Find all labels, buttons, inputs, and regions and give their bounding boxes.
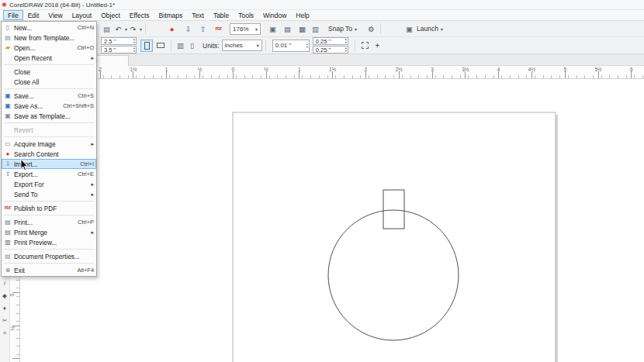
file-menu-item-new-from-template[interactable]: ▤New from Template... (2, 33, 96, 43)
ruler-label: ½ (10, 326, 16, 329)
import-icon[interactable]: ⇩ (182, 23, 194, 35)
ruler-label: 1 (165, 67, 168, 72)
menu-help[interactable]: Help (291, 10, 313, 20)
all-pages-icon[interactable]: ▥ (175, 40, 186, 51)
file-menu-item-exit[interactable]: ⊗ExitAlt+F4 (2, 265, 96, 275)
page-width-value: 2.5 " (104, 38, 132, 45)
horizontal-ruler[interactable]: 21½1½0½11½22½33½44½55½6 (10, 66, 644, 79)
export-icon[interactable]: ⇧ (197, 23, 209, 35)
file-menu-item-close[interactable]: Close (2, 67, 96, 77)
menu-tools[interactable]: Tools (234, 10, 258, 20)
chevron-down-icon[interactable]: ▾ (255, 26, 258, 32)
titlebar: ◉ CorelDRAW 2018 (64-Bit) - Untitled-1* (0, 0, 644, 10)
menu-table[interactable]: Table (209, 10, 234, 20)
nudge-offset-field[interactable]: 0.01 " ▴▾ (272, 40, 310, 52)
spinner-arrows[interactable]: ▴▾ (306, 43, 308, 48)
file-menu-item-send-to[interactable]: Send To▸ (2, 189, 96, 199)
file-menu-item-print-preview[interactable]: ▥Print Preview... (2, 237, 96, 247)
outline-pen-tool[interactable]: / (4, 280, 5, 287)
menu-item-label: Print... (14, 219, 78, 226)
spinner-arrows[interactable]: ▴▾ (133, 47, 135, 52)
file-menu-item-export-for[interactable]: Export For▸ (2, 179, 96, 189)
menu-edit[interactable]: Edit (23, 10, 44, 20)
spinner-arrows[interactable]: ▴▾ (133, 38, 135, 43)
file-menu-item-open-recent[interactable]: Open Recent▸ (2, 53, 96, 63)
menu-view[interactable]: View (43, 10, 67, 20)
save-as-icon: ▣ (2, 102, 14, 109)
menu-bitmaps[interactable]: Bitmaps (154, 10, 188, 20)
chevron-down-icon[interactable]: ▾ (257, 43, 259, 48)
file-menu-item-document-properties[interactable]: ▤Document Properties... (2, 251, 96, 261)
spinner-arrows[interactable]: ▴▾ (345, 47, 347, 52)
b-spline-tool[interactable]: ≈ (3, 329, 6, 336)
show-grid-icon[interactable]: ▦ (296, 23, 308, 35)
file-menu-item-new[interactable]: ▯New...Ctrl+N (2, 22, 96, 33)
file-menu-item-save-as[interactable]: ▣Save As...Ctrl+Shift+S (2, 101, 96, 111)
file-menu-item-save[interactable]: ▣Save...Ctrl+S (2, 91, 96, 101)
file-menu-item-print[interactable]: ▤Print...Ctrl+P (2, 217, 96, 227)
knife-tool[interactable]: ✂ (2, 317, 7, 324)
paste-icon[interactable]: ▤ (101, 23, 113, 35)
page-width-field[interactable]: 2.5 " ▴▾ (101, 37, 137, 45)
page-height-field[interactable]: 3.5 " ▴▾ (101, 46, 137, 53)
smart-fill-tool[interactable]: ♦ (3, 305, 6, 312)
spinner-arrows[interactable]: ▴▾ (345, 38, 347, 43)
treat-as-filled-toggle-icon[interactable] (362, 42, 369, 49)
duplicate-distance-y-field[interactable]: 0.25 " ▴▾ (313, 46, 348, 53)
menu-effects[interactable]: Effects (125, 10, 154, 20)
menu-text[interactable]: Text (187, 10, 209, 20)
units-dropdown[interactable]: inches ▾ (222, 40, 262, 51)
spinner-down-icon[interactable]: ▾ (345, 41, 347, 44)
file-menu-item-open[interactable]: ▰Open...Ctrl+O (2, 43, 96, 53)
ruler-label: 1 (298, 67, 301, 72)
duplicate-distance-group: 0.25 " ▴▾ 0.25 " ▴▾ (313, 37, 348, 53)
document-properties-icon: ▤ (2, 253, 14, 260)
file-menu-item-publish-to-pdf[interactable]: PDFPublish to PDF (2, 203, 96, 213)
menu-layout[interactable]: Layout (68, 10, 97, 20)
file-menu-item-save-as-template[interactable]: ▣Save as Template... (2, 111, 96, 121)
spinner-down-icon[interactable]: ▾ (133, 41, 135, 44)
landscape-orientation-button[interactable] (154, 40, 167, 52)
show-guidelines-icon[interactable]: ▥ (310, 23, 321, 35)
file-menu-item-search-content[interactable]: ●Search Content (2, 149, 96, 159)
spinner-down-icon[interactable]: ▾ (306, 46, 308, 49)
publish-pdf-icon[interactable]: PDF (212, 23, 225, 35)
spinner-down-icon[interactable]: ▾ (133, 50, 135, 53)
current-page-icon[interactable]: ▯ (186, 40, 198, 51)
print-merge-icon: ▤ (2, 229, 14, 236)
options-gear-icon[interactable]: ⚙ (365, 23, 377, 35)
file-menu-item-close-all[interactable]: Close All (2, 77, 96, 87)
file-menu-item-import[interactable]: ⇩Import...Ctrl+I (2, 159, 96, 169)
file-menu-item-export[interactable]: ⇧Export...Ctrl+E (2, 169, 96, 179)
menu-separator (4, 122, 94, 123)
portrait-orientation-button[interactable] (140, 40, 153, 52)
new-document-icon: ▯ (2, 24, 14, 31)
menu-object[interactable]: Object (96, 10, 125, 20)
search-content-icon[interactable]: ● (166, 23, 178, 35)
exit-icon: ⊗ (2, 267, 14, 274)
menu-item-shortcut: Ctrl+S (78, 92, 94, 99)
portrait-icon (144, 42, 150, 50)
menu-file[interactable]: File (3, 10, 23, 20)
launch-dropdown[interactable]: ▣ Launch ▾ (401, 22, 445, 36)
menu-item-label: Save... (14, 92, 78, 100)
interactive-fill-tool[interactable]: ◆ (2, 292, 7, 299)
file-menu-item-print-merge[interactable]: ▤Print Merge▸ (2, 227, 96, 237)
toolbar-separator (355, 40, 355, 51)
duplicate-distance-y-value: 0.25 " (316, 47, 344, 53)
menu-window[interactable]: Window (258, 10, 291, 20)
menu-separator (4, 64, 94, 65)
snap-to-dropdown[interactable]: Snap To ▾ (326, 22, 359, 36)
file-menu-item-acquire-image[interactable]: ▭Acquire Image▸ (2, 139, 96, 149)
redo-icon[interactable]: ↷ (127, 23, 139, 35)
zoom-level-combobox[interactable]: 176% ▾ (230, 23, 261, 35)
full-screen-preview-icon[interactable]: ▣ (267, 23, 279, 35)
redo-dropdown-chevron-icon[interactable]: ▾ (140, 26, 142, 32)
drawing-workspace[interactable] (20, 79, 644, 362)
spinner-down-icon[interactable]: ▾ (345, 50, 347, 53)
undo-icon[interactable]: ↶ (113, 23, 124, 35)
toolbar-separator (171, 40, 171, 51)
duplicate-distance-x-field[interactable]: 0.25 " ▴▾ (313, 37, 348, 45)
show-rulers-icon[interactable]: ▤ (282, 23, 293, 35)
crosshair-icon[interactable]: + (372, 40, 383, 51)
